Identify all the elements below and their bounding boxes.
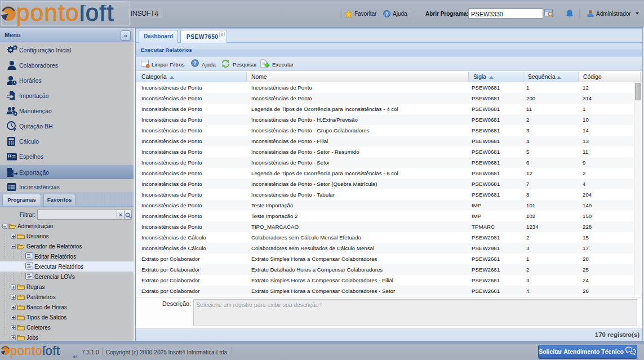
svg-text:?: ? (385, 11, 389, 17)
svg-text:ex: ex (73, 354, 78, 358)
svg-text:?: ? (193, 60, 197, 66)
svg-text:pontoſoft: pontoſoft (10, 345, 60, 358)
svg-text:pontoſoft: pontoſoft (16, 5, 114, 26)
